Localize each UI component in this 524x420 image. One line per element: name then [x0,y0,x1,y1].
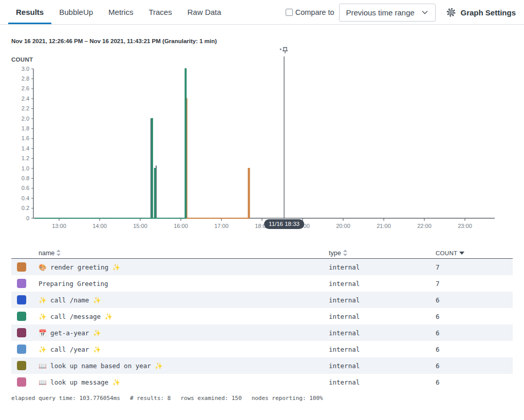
svg-text:1.0: 1.0 [22,165,29,171]
row-name: 📖 look up message ✨ [39,378,329,386]
table-row[interactable]: 🎨 render greeting ✨internal7 [11,259,513,275]
svg-text:0.8: 0.8 [22,175,29,181]
row-type: internal [329,329,436,337]
svg-text:2.2: 2.2 [22,105,29,111]
time-range-select-value: Previous time range [346,8,414,17]
svg-text:0.4: 0.4 [22,195,29,201]
tab-metrics[interactable]: Metrics [101,0,141,24]
column-label: COUNT [436,250,457,256]
gear-icon [446,7,456,17]
stat-item: # results: 8 [130,395,171,402]
row-type: internal [329,378,436,386]
row-type: internal [329,263,436,271]
svg-text:1.4: 1.4 [22,145,29,151]
svg-text:20:00: 20:00 [336,223,350,229]
table-row[interactable]: ✨ call /name ✨internal6 [11,292,513,308]
svg-text:23:00: 23:00 [458,223,472,229]
table-body: 🎨 render greeting ✨internal7Preparing Gr… [11,259,513,390]
tab-label: Results [16,8,44,16]
row-name: Preparing Greeting [39,280,329,288]
row-type: internal [329,362,436,370]
row-name: 🎨 render greeting ✨ [39,263,329,271]
row-count: 6 [436,296,513,304]
svg-text:0.6: 0.6 [22,185,29,191]
series-color-swatch [17,345,26,354]
svg-text:0.2: 0.2 [22,205,29,211]
tab-label: Raw Data [188,8,221,16]
row-name: ✨ call /message ✨ [39,313,329,320]
table-header: name type COUNT [11,247,513,259]
toolbar: Compare to Previous time range Graph Set… [286,0,516,25]
table-row[interactable]: Preparing Greetinginternal7 [11,275,513,292]
crosshair-tooltip: 11/16 18:33 [264,219,304,229]
row-type: internal [329,280,436,288]
row-count: 6 [436,378,513,386]
results-table: name type COUNT 🎨 render greet [11,247,513,390]
tab-results[interactable]: Results [8,0,51,24]
svg-text:1.6: 1.6 [22,135,29,141]
column-header-name[interactable]: name [39,250,329,257]
series-color-swatch [17,361,26,370]
tab-bar: Results BubbleUp Metrics Traces Raw Data [0,0,229,24]
row-count: 7 [436,280,513,288]
time-range-select[interactable]: Previous time range [339,4,436,22]
top-bar: Results BubbleUp Metrics Traces Raw Data… [0,0,524,25]
tab-bubbleup[interactable]: BubbleUp [51,0,101,24]
chevron-down-icon [421,8,429,16]
pin-icon[interactable] [279,46,289,55]
sort-icon [57,250,61,256]
row-count: 6 [436,313,513,320]
tab-label: Metrics [108,8,133,16]
sort-desc-icon [459,252,464,255]
column-label: type [329,250,341,257]
chart-canvas[interactable]: 00.20.40.60.81.01.21.41.61.82.02.22.42.6… [0,46,524,237]
table-row[interactable]: ✨ call /message ✨internal6 [11,308,513,324]
table-row[interactable]: 📅 get-a-year ✨internal6 [11,324,513,341]
column-header-type[interactable]: type [329,250,436,257]
series-color-swatch [17,262,26,272]
svg-text:1.8: 1.8 [22,125,29,131]
stat-item: nodes reporting: 100% [252,395,323,402]
tab-label: BubbleUp [59,8,93,16]
svg-text:21:00: 21:00 [377,223,391,229]
stat-item: elapsed query time: 103.776054ms [11,395,120,402]
row-name: 📖 look up name based on year ✨ [39,362,329,370]
table-row[interactable]: 📖 look up message ✨internal6 [11,374,513,390]
row-count: 6 [436,362,513,370]
compare-to-label: Compare to [295,8,334,16]
row-type: internal [329,296,436,304]
tab-label: Traces [148,8,172,16]
sort-icon [343,250,347,256]
column-label: name [39,250,54,257]
compare-to-checkbox[interactable] [286,9,293,16]
query-stats: elapsed query time: 103.776054ms # resul… [11,395,323,402]
table-row[interactable]: 📖 look up name based on year ✨internal6 [11,357,513,374]
graph-settings-label: Graph Settings [460,8,516,17]
tab-raw-data[interactable]: Raw Data [180,0,229,24]
svg-text:1.2: 1.2 [22,155,29,161]
results-page: Results BubbleUp Metrics Traces Raw Data… [0,0,524,420]
series-color-swatch [17,312,26,321]
table-row[interactable]: ✨ call /year ✨internal6 [11,341,513,357]
row-name: ✨ call /name ✨ [39,296,329,304]
svg-text:2.0: 2.0 [22,116,29,122]
svg-text:13:00: 13:00 [52,223,66,229]
time-range-summary: Nov 16 2021, 12:26:46 PM – Nov 16 2021, … [11,38,217,44]
series-color-swatch [17,295,26,304]
svg-text:15:00: 15:00 [133,223,147,229]
tab-traces[interactable]: Traces [141,0,179,24]
row-type: internal [329,346,436,353]
stat-item: rows examined: 150 [180,395,241,402]
series-color-swatch [17,377,26,387]
series-color-swatch [17,328,26,337]
graph-settings-button[interactable]: Graph Settings [446,7,516,17]
svg-text:2.8: 2.8 [22,75,29,82]
svg-text:17:00: 17:00 [214,223,229,229]
row-name: 📅 get-a-year ✨ [39,329,329,337]
svg-text:0: 0 [26,215,29,221]
svg-text:14:00: 14:00 [92,223,107,229]
column-header-count[interactable]: COUNT [436,250,513,256]
svg-text:3.0: 3.0 [22,66,29,72]
row-count: 7 [436,263,513,271]
row-name: ✨ call /year ✨ [39,346,329,353]
